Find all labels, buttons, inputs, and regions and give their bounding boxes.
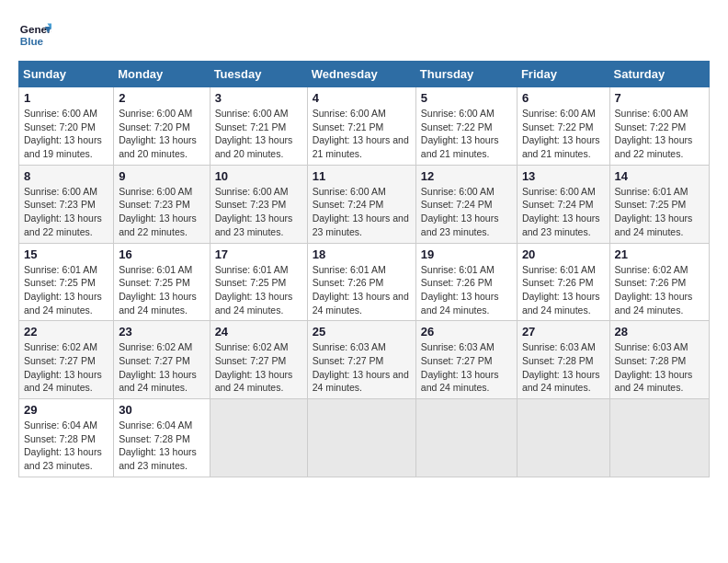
day-info: Sunrise: 6:00 AM Sunset: 7:24 PM Dayligh…: [421, 185, 512, 239]
day-info: Sunrise: 6:00 AM Sunset: 7:23 PM Dayligh…: [215, 185, 302, 239]
day-number: 20: [522, 247, 605, 261]
day-info: Sunrise: 6:02 AM Sunset: 7:27 PM Dayligh…: [215, 340, 302, 395]
day-number: 14: [615, 169, 704, 183]
calendar-week-row: 1 Sunrise: 6:00 AM Sunset: 7:20 PM Dayli…: [19, 87, 710, 166]
page-header: General Blue: [18, 18, 710, 52]
day-number: 12: [421, 169, 512, 183]
day-number: 2: [119, 91, 204, 105]
calendar-cell: 23 Sunrise: 6:02 AM Sunset: 7:27 PM Dayl…: [114, 321, 210, 399]
calendar-week-row: 8 Sunrise: 6:00 AM Sunset: 7:23 PM Dayli…: [19, 165, 710, 243]
day-info: Sunrise: 6:01 AM Sunset: 7:25 PM Dayligh…: [615, 185, 704, 239]
calendar-cell: 13 Sunrise: 6:00 AM Sunset: 7:24 PM Dayl…: [517, 165, 609, 243]
calendar-cell: 12 Sunrise: 6:00 AM Sunset: 7:24 PM Dayl…: [415, 165, 517, 243]
day-info: Sunrise: 6:02 AM Sunset: 7:27 PM Dayligh…: [119, 340, 204, 395]
day-info: Sunrise: 6:00 AM Sunset: 7:22 PM Dayligh…: [615, 107, 704, 161]
day-number: 11: [313, 169, 411, 183]
header-friday: Friday: [517, 62, 609, 87]
calendar-cell: 20 Sunrise: 6:01 AM Sunset: 7:26 PM Dayl…: [517, 243, 609, 321]
calendar-cell: 15 Sunrise: 6:01 AM Sunset: 7:25 PM Dayl…: [19, 243, 114, 321]
day-info: Sunrise: 6:00 AM Sunset: 7:24 PM Dayligh…: [522, 185, 605, 239]
calendar-cell: 28 Sunrise: 6:03 AM Sunset: 7:28 PM Dayl…: [609, 321, 709, 399]
calendar-cell: 26 Sunrise: 6:03 AM Sunset: 7:27 PM Dayl…: [415, 321, 517, 399]
calendar-cell: 5 Sunrise: 6:00 AM Sunset: 7:22 PM Dayli…: [415, 87, 517, 166]
calendar-cell: [517, 399, 609, 477]
day-info: Sunrise: 6:00 AM Sunset: 7:23 PM Dayligh…: [24, 185, 108, 239]
day-info: Sunrise: 6:04 AM Sunset: 7:28 PM Dayligh…: [119, 419, 204, 473]
header-tuesday: Tuesday: [210, 62, 307, 87]
calendar-cell: 27 Sunrise: 6:03 AM Sunset: 7:28 PM Dayl…: [517, 321, 609, 399]
day-number: 16: [119, 247, 204, 261]
day-number: 17: [215, 247, 302, 261]
day-info: Sunrise: 6:00 AM Sunset: 7:21 PM Dayligh…: [215, 107, 302, 161]
calendar-cell: 1 Sunrise: 6:00 AM Sunset: 7:20 PM Dayli…: [19, 87, 114, 166]
day-info: Sunrise: 6:00 AM Sunset: 7:22 PM Dayligh…: [421, 107, 512, 161]
header-thursday: Thursday: [415, 62, 517, 87]
header-saturday: Saturday: [609, 62, 709, 87]
day-info: Sunrise: 6:01 AM Sunset: 7:25 PM Dayligh…: [24, 263, 108, 317]
calendar-cell: 18 Sunrise: 6:01 AM Sunset: 7:26 PM Dayl…: [307, 243, 415, 321]
calendar-cell: 25 Sunrise: 6:03 AM Sunset: 7:27 PM Dayl…: [307, 321, 415, 399]
calendar-cell: 4 Sunrise: 6:00 AM Sunset: 7:21 PM Dayli…: [307, 87, 415, 166]
day-number: 6: [522, 91, 605, 105]
day-number: 7: [615, 91, 704, 105]
day-number: 18: [313, 247, 411, 261]
calendar-cell: 30 Sunrise: 6:04 AM Sunset: 7:28 PM Dayl…: [114, 399, 210, 477]
calendar-cell: [609, 399, 709, 477]
calendar-cell: 11 Sunrise: 6:00 AM Sunset: 7:24 PM Dayl…: [307, 165, 415, 243]
calendar-cell: 24 Sunrise: 6:02 AM Sunset: 7:27 PM Dayl…: [210, 321, 307, 399]
day-info: Sunrise: 6:04 AM Sunset: 7:28 PM Dayligh…: [24, 419, 108, 473]
calendar-cell: 21 Sunrise: 6:02 AM Sunset: 7:26 PM Dayl…: [609, 243, 709, 321]
calendar-cell: 6 Sunrise: 6:00 AM Sunset: 7:22 PM Dayli…: [517, 87, 609, 166]
day-info: Sunrise: 6:01 AM Sunset: 7:26 PM Dayligh…: [421, 263, 512, 317]
header-monday: Monday: [114, 62, 210, 87]
calendar-cell: 2 Sunrise: 6:00 AM Sunset: 7:20 PM Dayli…: [114, 87, 210, 166]
calendar-week-row: 22 Sunrise: 6:02 AM Sunset: 7:27 PM Dayl…: [19, 321, 710, 399]
day-info: Sunrise: 6:01 AM Sunset: 7:26 PM Dayligh…: [522, 263, 605, 317]
day-info: Sunrise: 6:00 AM Sunset: 7:21 PM Dayligh…: [313, 107, 411, 161]
day-info: Sunrise: 6:02 AM Sunset: 7:26 PM Dayligh…: [615, 263, 704, 317]
day-number: 26: [421, 325, 512, 339]
day-number: 4: [313, 91, 411, 105]
svg-text:Blue: Blue: [20, 35, 44, 47]
logo: General Blue: [18, 18, 51, 52]
day-number: 15: [24, 247, 108, 261]
calendar-cell: 7 Sunrise: 6:00 AM Sunset: 7:22 PM Dayli…: [609, 87, 709, 166]
day-number: 13: [522, 169, 605, 183]
logo-icon: General Blue: [18, 18, 51, 52]
day-number: 9: [119, 169, 204, 183]
calendar-cell: 3 Sunrise: 6:00 AM Sunset: 7:21 PM Dayli…: [210, 87, 307, 166]
day-info: Sunrise: 6:03 AM Sunset: 7:28 PM Dayligh…: [615, 340, 704, 395]
day-number: 19: [421, 247, 512, 261]
day-number: 10: [215, 169, 302, 183]
day-number: 22: [24, 325, 108, 339]
day-number: 21: [615, 247, 704, 261]
calendar-week-row: 29 Sunrise: 6:04 AM Sunset: 7:28 PM Dayl…: [19, 399, 710, 477]
calendar-header-row: SundayMondayTuesdayWednesdayThursdayFrid…: [19, 62, 710, 87]
calendar-cell: 10 Sunrise: 6:00 AM Sunset: 7:23 PM Dayl…: [210, 165, 307, 243]
day-number: 24: [215, 325, 302, 339]
day-info: Sunrise: 6:02 AM Sunset: 7:27 PM Dayligh…: [24, 340, 108, 395]
day-number: 27: [522, 325, 605, 339]
calendar-cell: 19 Sunrise: 6:01 AM Sunset: 7:26 PM Dayl…: [415, 243, 517, 321]
calendar-cell: 29 Sunrise: 6:04 AM Sunset: 7:28 PM Dayl…: [19, 399, 114, 477]
header-wednesday: Wednesday: [307, 62, 415, 87]
day-info: Sunrise: 6:03 AM Sunset: 7:27 PM Dayligh…: [313, 340, 411, 395]
header-sunday: Sunday: [19, 62, 114, 87]
calendar-cell: 8 Sunrise: 6:00 AM Sunset: 7:23 PM Dayli…: [19, 165, 114, 243]
day-number: 5: [421, 91, 512, 105]
day-info: Sunrise: 6:00 AM Sunset: 7:20 PM Dayligh…: [119, 107, 204, 161]
calendar-cell: [415, 399, 517, 477]
day-info: Sunrise: 6:03 AM Sunset: 7:27 PM Dayligh…: [421, 340, 512, 395]
day-number: 23: [119, 325, 204, 339]
day-number: 28: [615, 325, 704, 339]
day-info: Sunrise: 6:00 AM Sunset: 7:20 PM Dayligh…: [24, 107, 108, 161]
day-number: 8: [24, 169, 108, 183]
calendar-cell: [210, 399, 307, 477]
day-info: Sunrise: 6:01 AM Sunset: 7:25 PM Dayligh…: [215, 263, 302, 317]
calendar-cell: 16 Sunrise: 6:01 AM Sunset: 7:25 PM Dayl…: [114, 243, 210, 321]
day-number: 3: [215, 91, 302, 105]
day-number: 30: [119, 403, 204, 417]
calendar-cell: [307, 399, 415, 477]
day-info: Sunrise: 6:03 AM Sunset: 7:28 PM Dayligh…: [522, 340, 605, 395]
day-number: 25: [313, 325, 411, 339]
